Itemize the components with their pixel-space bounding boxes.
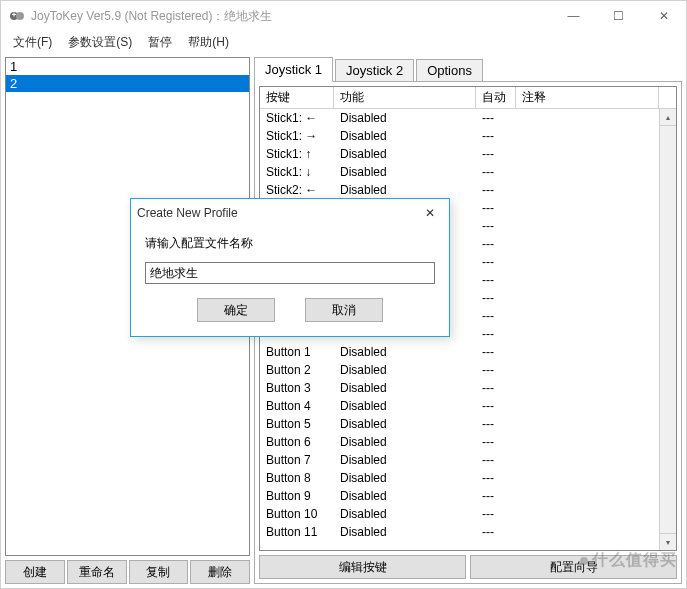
cell-auto: --- bbox=[476, 469, 516, 487]
cell-auto: --- bbox=[476, 181, 516, 199]
tab-options[interactable]: Options bbox=[416, 59, 483, 81]
cell-func: Disabled bbox=[334, 451, 476, 469]
cell-func: Disabled bbox=[334, 163, 476, 181]
cell-func: Disabled bbox=[334, 109, 476, 127]
tab-joystick1[interactable]: Joystick 1 bbox=[254, 57, 333, 82]
table-row[interactable]: Button 2Disabled--- bbox=[260, 361, 676, 379]
wizard-button[interactable]: 配置向导 bbox=[470, 555, 677, 579]
dialog-label: 请输入配置文件名称 bbox=[145, 235, 435, 252]
cell-key: Button 9 bbox=[260, 487, 334, 505]
table-row[interactable]: Button 5Disabled--- bbox=[260, 415, 676, 433]
cell-func: Disabled bbox=[334, 343, 476, 361]
table-row[interactable]: Button 3Disabled--- bbox=[260, 379, 676, 397]
close-button[interactable]: ✕ bbox=[641, 1, 686, 31]
cell-key: Button 11 bbox=[260, 523, 334, 541]
cell-func: Disabled bbox=[334, 523, 476, 541]
create-profile-dialog: Create New Profile ✕ 请输入配置文件名称 确定 取消 bbox=[130, 198, 450, 337]
cell-auto: --- bbox=[476, 451, 516, 469]
cancel-button[interactable]: 取消 bbox=[305, 298, 383, 322]
cell-key: Button 7 bbox=[260, 451, 334, 469]
close-icon: ✕ bbox=[425, 206, 435, 220]
cell-auto: --- bbox=[476, 127, 516, 145]
menu-help[interactable]: 帮助(H) bbox=[180, 32, 237, 53]
header-note[interactable]: 注释 bbox=[516, 87, 659, 108]
table-row[interactable]: Button 1Disabled--- bbox=[260, 343, 676, 361]
cell-auto: --- bbox=[476, 361, 516, 379]
cell-note bbox=[516, 433, 676, 451]
cell-auto: --- bbox=[476, 253, 516, 271]
cell-func: Disabled bbox=[334, 361, 476, 379]
edit-key-button[interactable]: 编辑按键 bbox=[259, 555, 466, 579]
create-button[interactable]: 创建 bbox=[5, 560, 65, 584]
table-row[interactable]: Stick1: ↓Disabled--- bbox=[260, 163, 676, 181]
minimize-button[interactable]: — bbox=[551, 1, 596, 31]
delete-button[interactable]: 删除 bbox=[190, 560, 250, 584]
header-auto[interactable]: 自动 bbox=[476, 87, 516, 108]
rename-button[interactable]: 重命名 bbox=[67, 560, 127, 584]
dialog-close-button[interactable]: ✕ bbox=[417, 203, 443, 223]
cell-auto: --- bbox=[476, 145, 516, 163]
table-row[interactable]: Stick1: ↑Disabled--- bbox=[260, 145, 676, 163]
table-row[interactable]: Button 9Disabled--- bbox=[260, 487, 676, 505]
profile-row[interactable]: 1 bbox=[6, 58, 249, 75]
maximize-button[interactable]: ☐ bbox=[596, 1, 641, 31]
cell-func: Disabled bbox=[334, 487, 476, 505]
cell-key: Button 8 bbox=[260, 469, 334, 487]
cell-key: Button 6 bbox=[260, 433, 334, 451]
cell-auto: --- bbox=[476, 343, 516, 361]
cell-key: Stick1: ← bbox=[260, 109, 334, 127]
table-row[interactable]: Button 4Disabled--- bbox=[260, 397, 676, 415]
dialog-body: 请输入配置文件名称 确定 取消 bbox=[131, 227, 449, 336]
cell-note bbox=[516, 127, 676, 145]
cell-note bbox=[516, 523, 676, 541]
ok-button[interactable]: 确定 bbox=[197, 298, 275, 322]
header-key[interactable]: 按键 bbox=[260, 87, 334, 108]
table-row[interactable]: Stick1: ←Disabled--- bbox=[260, 109, 676, 127]
table-row[interactable]: Button 11Disabled--- bbox=[260, 523, 676, 541]
table-row[interactable]: Button 6Disabled--- bbox=[260, 433, 676, 451]
dialog-title-bar[interactable]: Create New Profile ✕ bbox=[131, 199, 449, 227]
cell-auto: --- bbox=[476, 289, 516, 307]
cell-note bbox=[516, 343, 676, 361]
table-row[interactable]: Button 8Disabled--- bbox=[260, 469, 676, 487]
table-row[interactable]: Button 7Disabled--- bbox=[260, 451, 676, 469]
cell-key: Stick1: ↓ bbox=[260, 163, 334, 181]
cell-note bbox=[516, 361, 676, 379]
menu-settings[interactable]: 参数设置(S) bbox=[60, 32, 140, 53]
profile-buttons: 创建 重命名 复制 删除 bbox=[5, 556, 250, 584]
cell-auto: --- bbox=[476, 217, 516, 235]
header-func[interactable]: 功能 bbox=[334, 87, 476, 108]
tabs: Joystick 1 Joystick 2 Options bbox=[254, 57, 682, 81]
cell-func: Disabled bbox=[334, 127, 476, 145]
vertical-scrollbar[interactable]: ▴ ▾ bbox=[659, 109, 676, 550]
cell-note bbox=[516, 325, 676, 343]
cell-note bbox=[516, 163, 676, 181]
cell-func: Disabled bbox=[334, 145, 476, 163]
profile-name-input[interactable] bbox=[145, 262, 435, 284]
table-row[interactable]: Stick2: ←Disabled--- bbox=[260, 181, 676, 199]
header-scroll-spacer bbox=[659, 87, 676, 108]
cell-auto: --- bbox=[476, 109, 516, 127]
cell-note bbox=[516, 289, 676, 307]
copy-button[interactable]: 复制 bbox=[129, 560, 189, 584]
menu-file[interactable]: 文件(F) bbox=[5, 32, 60, 53]
tab-joystick2[interactable]: Joystick 2 bbox=[335, 59, 414, 81]
cell-auto: --- bbox=[476, 235, 516, 253]
scroll-down-icon[interactable]: ▾ bbox=[660, 533, 676, 550]
cell-note bbox=[516, 307, 676, 325]
profile-row[interactable]: 2 bbox=[6, 75, 249, 92]
table-row[interactable]: Stick1: →Disabled--- bbox=[260, 127, 676, 145]
cell-func: Disabled bbox=[334, 433, 476, 451]
table-row[interactable]: Button 10Disabled--- bbox=[260, 505, 676, 523]
bottom-buttons: 编辑按键 配置向导 bbox=[259, 551, 677, 579]
cell-note bbox=[516, 253, 676, 271]
app-icon bbox=[9, 8, 25, 24]
cell-note bbox=[516, 199, 676, 217]
window-title: JoyToKey Ver5.9 (Not Registered)：绝地求生 bbox=[31, 8, 551, 25]
cell-auto: --- bbox=[476, 397, 516, 415]
cell-note bbox=[516, 415, 676, 433]
cell-func: Disabled bbox=[334, 469, 476, 487]
cell-auto: --- bbox=[476, 379, 516, 397]
scroll-up-icon[interactable]: ▴ bbox=[660, 109, 676, 126]
menu-pause[interactable]: 暂停 bbox=[140, 32, 180, 53]
